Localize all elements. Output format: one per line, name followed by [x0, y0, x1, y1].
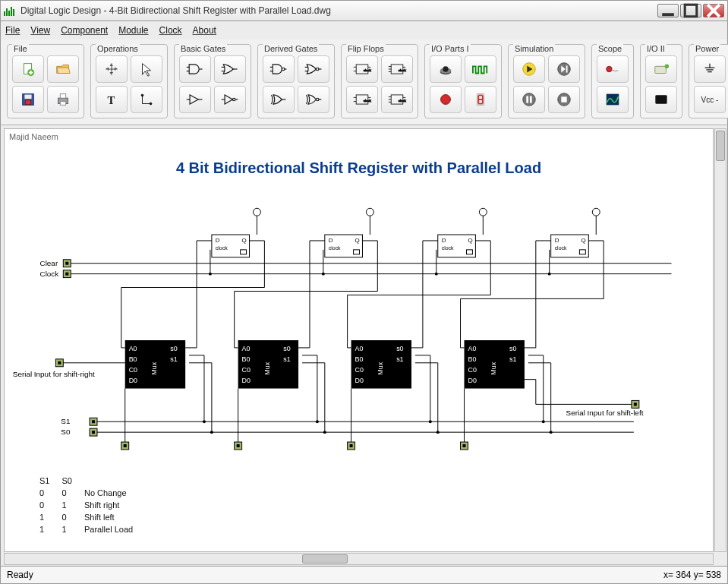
flipflop-t-button[interactable]: clock: [346, 86, 378, 113]
and-gate-button[interactable]: [179, 55, 211, 83]
probe-button[interactable]: [597, 55, 629, 83]
svg-point-30: [282, 68, 284, 70]
svg-rect-87: [655, 66, 667, 73]
toolgroup-operations: Operations T: [90, 44, 168, 118]
svg-point-146: [203, 420, 206, 423]
flipflop-d-button[interactable]: clock: [346, 55, 378, 83]
svg-text:clock: clock: [399, 68, 407, 72]
svg-point-150: [210, 431, 213, 434]
file-open-button[interactable]: [47, 55, 79, 83]
toolgroup-io-2-label: I/O II: [645, 44, 667, 53]
toolgroup-derived-gates: Derived Gates: [257, 44, 335, 118]
svg-rect-82: [530, 96, 532, 103]
toolbar-area: File Operations T Basic Gates Derived Ga…: [0, 39, 728, 125]
scope-view-button[interactable]: [597, 86, 629, 113]
buffer-gate-button[interactable]: [179, 86, 211, 113]
window-maximize-button[interactable]: [680, 4, 701, 17]
svg-point-68: [441, 95, 451, 105]
svg-text:Clock: Clock: [40, 270, 59, 278]
menu-about[interactable]: About: [193, 25, 216, 36]
toolgroup-flip-flops: Flip Flops clock clock clock clock: [341, 44, 418, 118]
svg-point-152: [436, 431, 440, 434]
svg-point-144: [435, 273, 438, 276]
sim-step-button[interactable]: [548, 55, 580, 83]
svg-text:T: T: [108, 94, 115, 106]
status-text: Ready: [7, 570, 33, 580]
svg-rect-12: [60, 94, 65, 99]
ground-button[interactable]: [694, 55, 726, 83]
svg-text:Clear: Clear: [40, 259, 58, 267]
svg-point-34: [316, 68, 318, 70]
svg-point-153: [550, 431, 553, 434]
switch-button[interactable]: [430, 55, 462, 83]
svg-rect-13: [60, 102, 65, 106]
svg-point-148: [429, 420, 432, 423]
toolgroup-scope-label: Scope: [597, 44, 623, 53]
sim-stop-button[interactable]: [548, 86, 580, 113]
svg-rect-9: [24, 95, 31, 99]
move-tool-button[interactable]: [96, 55, 128, 83]
truth-table: S1 S0 00No Change 01Shift right 10Shift …: [35, 474, 142, 536]
text-tool-button[interactable]: T: [96, 86, 128, 113]
file-save-button[interactable]: [12, 86, 44, 113]
svg-point-145: [548, 273, 551, 276]
toolgroup-basic-gates-label: Basic Gates: [179, 44, 227, 53]
window-close-button[interactable]: [703, 4, 724, 17]
svg-rect-81: [526, 96, 528, 103]
svg-point-143: [322, 273, 325, 276]
app-icon: [4, 5, 16, 16]
flipflop-jk-button[interactable]: clock: [381, 55, 413, 83]
xor-gate-button[interactable]: [263, 86, 295, 113]
svg-point-27: [232, 98, 235, 100]
window-title: Digital Logic Design - 4-Bit Bidirection…: [20, 5, 653, 16]
toolgroup-io-2: I/O II: [640, 44, 682, 118]
workspace: Majid Naeem 4 Bit Bidirectional Shift Re…: [0, 125, 728, 566]
svg-point-151: [323, 431, 326, 434]
toolgroup-simulation-label: Simulation: [513, 44, 555, 53]
toolgroup-power-label: Power: [694, 44, 720, 53]
nand-gate-button[interactable]: [263, 55, 295, 83]
svg-point-149: [542, 420, 545, 423]
menu-module[interactable]: Module: [118, 25, 148, 36]
flipflop-sr-button[interactable]: clock: [381, 86, 413, 113]
pulse-source-button[interactable]: [465, 55, 496, 83]
svg-rect-79: [566, 65, 568, 72]
sim-pause-button[interactable]: [513, 86, 545, 113]
keyboard-input-button[interactable]: [645, 55, 677, 83]
toolgroup-basic-gates: Basic Gates: [174, 44, 251, 118]
vertical-scrollbar[interactable]: [714, 128, 726, 552]
svg-point-67: [443, 66, 448, 71]
svg-rect-10: [25, 100, 30, 105]
design-canvas[interactable]: Majid Naeem 4 Bit Bidirectional Shift Re…: [4, 128, 714, 552]
horizontal-scrollbar[interactable]: [4, 553, 714, 565]
vcc-label: Vcc -: [701, 96, 719, 104]
led-red-button[interactable]: [430, 86, 462, 113]
svg-text:clock: clock: [364, 68, 372, 72]
or-gate-button[interactable]: [214, 55, 246, 83]
svg-rect-84: [561, 96, 566, 102]
menu-component[interactable]: Component: [61, 25, 108, 36]
seven-segment-button[interactable]: [465, 86, 496, 113]
file-print-button[interactable]: [47, 86, 79, 113]
toolgroup-file-label: File: [12, 44, 29, 53]
file-new-button[interactable]: [12, 55, 44, 83]
xnor-gate-button[interactable]: [298, 86, 329, 113]
svg-text:clock: clock: [399, 99, 407, 103]
window-titlebar: Digital Logic Design - 4-Bit Bidirection…: [0, 0, 728, 21]
wire-tool-button[interactable]: [131, 86, 162, 113]
vcc-button[interactable]: Vcc -: [694, 86, 726, 113]
toolgroup-flip-flops-label: Flip Flops: [346, 44, 386, 53]
menu-file[interactable]: File: [5, 25, 20, 36]
toolgroup-io-1: I/O Parts I: [424, 44, 502, 118]
svg-text:clock: clock: [364, 99, 372, 103]
display-output-button[interactable]: [645, 86, 677, 113]
svg-point-39: [316, 98, 318, 100]
not-gate-button[interactable]: [214, 86, 246, 113]
menu-view[interactable]: View: [30, 25, 50, 36]
select-tool-button[interactable]: [131, 55, 162, 83]
sim-play-button[interactable]: [513, 55, 545, 83]
nor-gate-button[interactable]: [298, 55, 329, 83]
menu-clock[interactable]: Clock: [159, 25, 182, 36]
svg-text:Serial Input for shift-left: Serial Input for shift-left: [566, 409, 644, 417]
window-minimize-button[interactable]: [657, 4, 679, 17]
